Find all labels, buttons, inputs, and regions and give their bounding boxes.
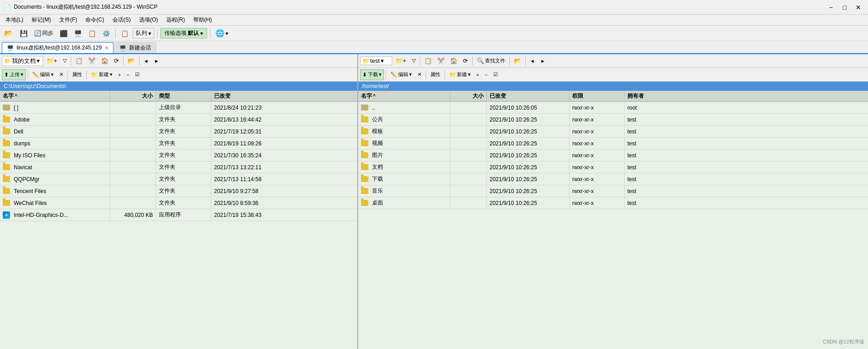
right-col-modified[interactable]: 已改变 (487, 91, 569, 101)
left-file-row[interactable]: Adobe 文件夹 2021/8/13 16:44:42 (0, 114, 357, 126)
right-file-row[interactable]: 模板 2021/9/10 10:26:25 rwxr-xr-x test (358, 126, 868, 138)
right-dir-selector[interactable]: 📁 test ▾ (360, 56, 392, 65)
right-new-item-btn[interactable]: 📁 新建 ▾ (447, 69, 473, 80)
toolbar-separator-3 (210, 29, 210, 38)
right-download-btn[interactable]: ⬇ 下载 ▾ (360, 69, 384, 80)
toolbar-icon6-button[interactable]: 📋 (86, 28, 98, 39)
left-new-dir-btn[interactable]: 📂 (125, 55, 137, 66)
left-new-item-btn[interactable]: 📁 新建 ▾ (89, 69, 115, 80)
app-icon: A (3, 211, 10, 219)
toolbar-icon7-button[interactable]: ⚙️ (100, 28, 113, 39)
right-col-perms[interactable]: 权限 (569, 91, 625, 101)
minimize-button[interactable]: − (825, 2, 837, 12)
left-file-row[interactable]: WeChat Files 文件夹 2021/9/10 8:59:36 (0, 197, 357, 209)
menu-command[interactable]: 命令(C) (82, 15, 108, 25)
left-refresh-btn[interactable]: ⟳ (112, 55, 121, 66)
tab-close-button[interactable]: ✕ (105, 45, 108, 50)
left-file-list[interactable]: 名字 ^ 大小 类型 已改变 [ ] 上级目录 20 (0, 91, 357, 349)
right-cut-btn[interactable]: ✂️ (435, 55, 447, 66)
right-nav-back-btn[interactable]: ◄ (528, 55, 537, 66)
tab-active-session[interactable]: 🖥️ linux虚拟机/test@192.168.245.129 ✕ (2, 42, 113, 53)
toolbar-icon4-button[interactable]: ⬛ (57, 28, 70, 39)
right-edit-btn[interactable]: ✏️ 编辑 ▾ (388, 69, 414, 80)
left-file-row[interactable]: [ ] 上级目录 2021/8/24 10:21:23 (0, 102, 357, 114)
left-file-row[interactable]: Dell 文件夹 2021/7/19 12:05:31 (0, 126, 357, 138)
right-file-row[interactable]: 图片 2021/9/10 10:26:25 rwxr-xr-x test (358, 150, 868, 161)
right-new-dir-btn[interactable]: 📂 (512, 55, 524, 66)
menu-local[interactable]: 本地(L) (2, 15, 27, 25)
transfer-options-arrow[interactable]: ▾ (200, 30, 203, 37)
left-file-row[interactable]: A Intel-HD-Graphics-D... 480,020 KB 应用程序… (0, 209, 357, 221)
right-file-row[interactable]: 视频 2021/9/10 10:26:25 rwxr-xr-x test (358, 138, 868, 150)
right-new-folder-btn[interactable]: 📁+ (393, 55, 409, 66)
right-cell-name-7: 音乐 (358, 185, 450, 197)
toolbar-sync-button[interactable]: 🔄 同步 (32, 28, 56, 39)
right-file-list[interactable]: 名字 ^ 大小 已改变 权限 拥有者 .. (358, 91, 868, 349)
menu-file[interactable]: 文件(F) (56, 15, 81, 25)
right-delete-btn[interactable]: ✕ (415, 69, 424, 80)
left-nav-back-btn[interactable]: ◄ (141, 55, 151, 66)
up-dir-icon (361, 105, 368, 111)
left-upload-btn[interactable]: ⬆ 上传 ▾ (2, 69, 26, 80)
left-check-btn[interactable]: ☑ (133, 69, 142, 80)
toolbar-icon5-button[interactable]: 🖥️ (72, 28, 84, 39)
left-cut-btn[interactable]: ✂️ (86, 55, 98, 66)
left-col-modified[interactable]: 已改变 (211, 91, 285, 101)
folder-icon (361, 116, 368, 122)
left-plus-btn[interactable]: + (116, 69, 123, 80)
right-minus-btn[interactable]: − (482, 69, 490, 80)
right-refresh-btn[interactable]: ⟳ (461, 55, 470, 66)
left-delete-btn[interactable]: ✕ (57, 69, 66, 80)
right-col-owner[interactable]: 拥有者 (625, 91, 661, 101)
right-col-name[interactable]: 名字 ^ (358, 91, 450, 101)
left-filter-btn[interactable]: ▽ (61, 55, 69, 66)
left-file-row[interactable]: Tencent Files 文件夹 2021/9/10 9:27:58 (0, 185, 357, 197)
left-col-name[interactable]: 名字 ^ (0, 91, 110, 101)
left-edit-btn[interactable]: ✏️ 编辑 ▾ (30, 69, 56, 80)
menu-options[interactable]: 选项(O) (135, 15, 162, 25)
right-home-btn[interactable]: 🏠 (448, 55, 460, 66)
left-minus-btn[interactable]: − (124, 69, 131, 80)
left-nav-fwd-btn[interactable]: ► (152, 55, 161, 66)
right-col-size[interactable]: 大小 (450, 91, 487, 101)
toolbar-save-button[interactable]: 💾 (17, 28, 30, 39)
right-file-row[interactable]: 公共 2021/9/10 10:26:25 rwxr-xr-x test (358, 114, 868, 126)
menu-remote[interactable]: 远程(R) (163, 15, 189, 25)
right-nav-fwd-btn[interactable]: ► (538, 55, 547, 66)
right-file-row[interactable]: 下载 2021/9/10 10:26:25 rwxr-xr-x test (358, 173, 868, 185)
right-copy-btn[interactable]: 📋 (422, 55, 434, 66)
left-properties-btn[interactable]: 属性 (70, 69, 85, 80)
left-col-type[interactable]: 类型 (156, 91, 211, 101)
tab-new-session[interactable]: 🖥️ 新建会话 (114, 42, 156, 53)
right-filter-btn[interactable]: ▽ (410, 55, 418, 66)
toolbar-icon8-button[interactable]: 📋 (118, 28, 131, 39)
left-file-row[interactable]: QQPCMgr 文件夹 2021/7/13 11:14:58 (0, 173, 357, 185)
right-file-row[interactable]: 音乐 2021/9/10 10:26:25 rwxr-xr-x test (358, 185, 868, 197)
left-copy-btn[interactable]: 📋 (73, 55, 85, 66)
left-file-row[interactable]: Navicat 文件夹 2021/7/13 13:22:11 (0, 161, 357, 173)
right-plus-btn[interactable]: + (474, 69, 481, 80)
right-file-row[interactable]: 桌面 2021/9/10 10:26:25 rwxr-xr-x test (358, 197, 868, 209)
left-file-row[interactable]: dumps 文件夹 2021/8/19 11:09:26 (0, 138, 357, 150)
right-check-btn[interactable]: ☑ (491, 69, 500, 80)
right-cell-modified-5: 2021/9/10 10:26:25 (487, 161, 569, 173)
menu-mark[interactable]: 标记(M) (28, 15, 55, 25)
toolbar-open-button[interactable]: 📂 (2, 28, 16, 39)
right-file-row[interactable]: .. 2021/9/10 10:26:05 rwxr-xr-x root (358, 102, 868, 114)
up-dir-icon (3, 105, 10, 111)
toolbar-globe-button[interactable]: 🌐 ▾ (213, 28, 231, 39)
left-new-folder-btn[interactable]: 📁+ (44, 55, 60, 66)
right-file-row[interactable]: 文档 2021/9/10 10:26:25 rwxr-xr-x test (358, 161, 868, 173)
left-home-btn[interactable]: 🏠 (99, 55, 111, 66)
right-properties-btn[interactable]: 属性 (428, 69, 443, 80)
left-dir-selector[interactable]: 📁 我的文档 ▾ (2, 56, 43, 66)
close-button[interactable]: ✕ (852, 2, 864, 12)
menu-help[interactable]: 帮助(H) (190, 15, 216, 25)
queue-button[interactable]: 队列 ▾ (133, 28, 154, 39)
folder-icon (3, 152, 10, 158)
menu-session[interactable]: 会话(S) (109, 15, 135, 25)
right-find-btn[interactable]: 🔍 查找文件 (474, 55, 507, 66)
left-file-row[interactable]: My ISO Files 文件夹 2021/7/30 16:35:24 (0, 150, 357, 161)
left-col-size[interactable]: 大小 (110, 91, 156, 101)
maximize-button[interactable]: □ (839, 2, 851, 12)
